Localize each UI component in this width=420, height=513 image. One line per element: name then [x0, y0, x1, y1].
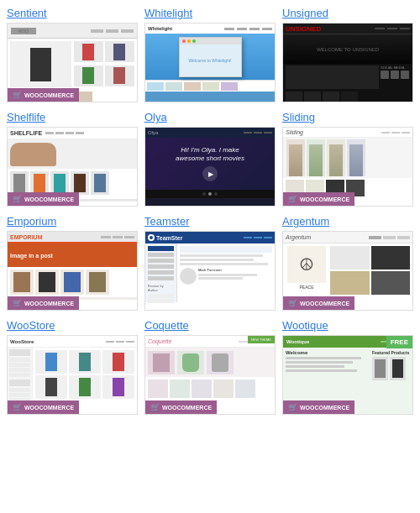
theme-unsigned-title[interactable]: Unsigned [282, 7, 413, 19]
theme-woostore[interactable]: WooStore WooStore [7, 319, 138, 415]
cart-icon: 🛒 [288, 403, 297, 411]
wootique-woo-badge: 🛒 WOOCOMMERCE [283, 400, 354, 414]
argentum-woo-badge: 🛒 WOOCOMMERCE [283, 296, 354, 310]
theme-emporium-screenshot: EMPORIUM Image in a post [7, 231, 138, 311]
theme-teamster-screenshot: TeamSter Browse by A [144, 231, 276, 311]
theme-argentum-screenshot: Argentum ☮ PEACE [282, 231, 413, 311]
cart-icon: 🛒 [13, 91, 22, 99]
cart-icon: 🛒 [288, 299, 297, 307]
theme-wootique-screenshot: Wootique Welcome [282, 335, 413, 415]
theme-unsigned[interactable]: Unsigned UNSIGNED WELCOME TO UNSIGNED [282, 7, 413, 102]
theme-emporium-title[interactable]: Emporium [7, 215, 138, 228]
theme-teamster-title[interactable]: Teamster [144, 215, 276, 228]
theme-emporium[interactable]: Emporium EMPORIUM Image in a post [7, 215, 138, 311]
theme-sentient-screenshot: WOO [7, 23, 138, 102]
wootique-free-badge: FREE [386, 336, 412, 348]
theme-wootique[interactable]: Wootique Wootique Welcome [282, 319, 413, 415]
theme-shelflife[interactable]: Shelflife SHELFLIFE [7, 111, 138, 207]
cart-icon: 🛒 [13, 403, 22, 411]
sentient-woo-badge: 🛒 WOOCOMMERCE [8, 88, 79, 102]
theme-coquette-title[interactable]: Coquette [144, 319, 276, 332]
theme-argentum-title[interactable]: Argentum [282, 215, 413, 228]
theme-olya-title[interactable]: Olya [144, 111, 276, 123]
theme-teamster[interactable]: Teamster TeamSter [144, 215, 276, 311]
theme-sliding-title[interactable]: Sliding [282, 111, 413, 123]
themes-grid: Sentient WOO [7, 7, 413, 415]
theme-coquette[interactable]: Coquette Coquette NEW THEME [144, 319, 276, 415]
theme-wootique-title[interactable]: Wootique [282, 319, 413, 332]
theme-sentient-title[interactable]: Sentient [7, 7, 138, 19]
theme-shelflife-title[interactable]: Shelflife [7, 111, 138, 123]
theme-coquette-screenshot: Coquette NEW THEME [144, 335, 276, 415]
sliding-woo-badge: 🛒 WOOCOMMERCE [283, 192, 354, 206]
theme-argentum[interactable]: Argentum Argentum ☮ [282, 215, 413, 311]
cart-icon: 🛒 [13, 195, 22, 203]
theme-whitelight[interactable]: Whitelight Whitelight Welcome t [144, 7, 276, 102]
cart-icon: 🛒 [150, 403, 160, 411]
emporium-woo-badge: 🛒 WOOCOMMERCE [8, 296, 79, 310]
theme-sliding[interactable]: Sliding Sliding [282, 111, 413, 207]
theme-whitelight-screenshot: Whitelight Welcome to Whitelight! [144, 23, 276, 102]
woostore-woo-badge: 🛒 WOOCOMMERCE [8, 400, 79, 414]
theme-olya[interactable]: Olya Olya Hi! I'm Olya. I makeawesome sh… [144, 111, 276, 207]
shelflife-woo-badge: 🛒 WOOCOMMERCE [8, 192, 79, 206]
theme-sentient[interactable]: Sentient WOO [7, 7, 138, 102]
svg-text:☮: ☮ [299, 255, 314, 274]
theme-woostore-title[interactable]: WooStore [7, 319, 138, 332]
theme-olya-screenshot: Olya Hi! I'm Olya. I makeawesome short m… [144, 127, 276, 207]
cart-icon: 🛒 [288, 195, 297, 203]
theme-whitelight-title[interactable]: Whitelight [144, 7, 276, 19]
coquette-woo-badge: 🛒 WOOCOMMERCE [145, 400, 217, 414]
theme-shelflife-screenshot: SHELFLIFE 🛒 WOOCOMMERCE [7, 127, 138, 207]
theme-unsigned-screenshot: UNSIGNED WELCOME TO UNSIGNED SOCIAL MEDI… [282, 23, 413, 102]
theme-woostore-screenshot: WooStore [7, 335, 138, 415]
sentient-logo: WOO [11, 28, 36, 34]
theme-sliding-screenshot: Sliding [282, 127, 413, 207]
cart-icon: 🛒 [13, 299, 22, 307]
